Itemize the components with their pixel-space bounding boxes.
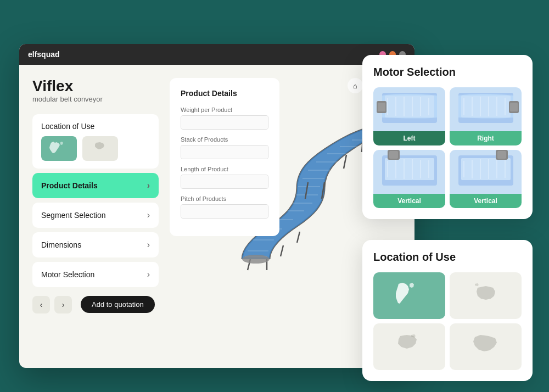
chevron-right-icon: › — [147, 240, 150, 250]
add-quotation-button[interactable]: Add to quotation — [81, 296, 155, 313]
motor-left-item[interactable]: Left — [373, 87, 445, 145]
nav-item-location[interactable]: Location of Use — [32, 114, 159, 169]
svg-rect-56 — [389, 151, 398, 159]
svg-rect-58 — [461, 158, 511, 180]
motor-selection-popup: Motor Selection L — [362, 55, 533, 219]
motor-selection-title: Motor Selection — [373, 66, 522, 79]
browser-content: Viflex modular belt conveyor Location of… — [19, 65, 414, 368]
motor-grid: Left Right — [373, 87, 522, 208]
map-americas-icon — [41, 136, 77, 161]
location-grid — [373, 272, 522, 370]
length-field: Length of Product mm — [181, 166, 268, 189]
location-asia[interactable] — [450, 323, 522, 370]
motor-right-item[interactable]: Right — [450, 87, 522, 145]
product-details-title: Product Details — [181, 89, 268, 98]
product-title: Viflex — [32, 78, 159, 95]
product-subtitle: modular belt conveyor — [32, 95, 159, 103]
weight-input[interactable] — [181, 116, 268, 129]
svg-rect-46 — [510, 103, 518, 111]
svg-rect-66 — [497, 151, 506, 159]
svg-rect-28 — [385, 96, 434, 117]
pitch-input[interactable] — [181, 205, 268, 218]
motor-vertical-left-item[interactable]: Vertical — [373, 150, 445, 208]
motor-right-label: Right — [450, 131, 522, 145]
pitch-field: Pitch of Products mm — [181, 195, 268, 219]
stack-input[interactable] — [181, 145, 268, 159]
app-title: Viflex modular belt conveyor — [32, 78, 159, 103]
location-maps-preview — [41, 136, 118, 161]
location-australia[interactable] — [450, 272, 522, 319]
map-europe-icon — [82, 136, 118, 161]
chevron-right-icon: › — [147, 181, 150, 191]
chevron-right-icon: › — [147, 210, 150, 220]
motor-vertical-right-image — [450, 150, 522, 194]
app-logo: elfsquad — [28, 50, 60, 59]
svg-line-19 — [297, 232, 300, 243]
next-button[interactable]: › — [54, 296, 72, 313]
svg-rect-48 — [385, 158, 434, 180]
motor-selection-nav-label: Motor Selection — [41, 270, 94, 279]
dimensions-label: Dimensions — [41, 240, 81, 249]
product-details-card: Product Details Weight per Product kg St… — [170, 78, 279, 236]
motor-left-image — [373, 87, 445, 131]
motor-vertical-left-label: Vertical — [373, 194, 445, 208]
svg-point-25 — [242, 255, 270, 264]
location-europe[interactable] — [373, 323, 445, 370]
location-popup-title: Location of Use — [373, 251, 522, 264]
location-of-use-popup: Location of Use — [362, 240, 533, 381]
nav-item-motor-selection[interactable]: Motor Selection › — [32, 262, 159, 287]
sidebar: Viflex modular belt conveyor Location of… — [32, 78, 159, 355]
motor-vertical-right-item[interactable]: Vertical — [450, 150, 522, 208]
motor-left-label: Left — [373, 131, 445, 145]
nav-pagination: ‹ › Add to quotation — [32, 296, 159, 313]
stack-label: Stack of Products — [181, 136, 268, 143]
motor-vertical-right-label: Vertical — [450, 194, 522, 208]
segment-selection-label: Segment Selection — [41, 211, 106, 220]
motor-right-image — [450, 87, 522, 131]
nav-item-dimensions[interactable]: Dimensions › — [32, 232, 159, 257]
prev-button[interactable]: ‹ — [32, 296, 50, 313]
pitch-label: Pitch of Products — [181, 195, 268, 202]
nav-item-segment-selection[interactable]: Segment Selection › — [32, 203, 159, 228]
svg-rect-38 — [461, 96, 511, 117]
svg-line-22 — [344, 155, 346, 169]
length-input[interactable] — [181, 175, 268, 188]
motor-vertical-left-image — [373, 150, 445, 194]
length-label: Length of Product — [181, 166, 268, 172]
stack-field: Stack of Products pcs — [181, 136, 268, 159]
weight-field: Weight per Product kg — [181, 107, 268, 130]
nav-item-product-details[interactable]: Product Details › — [32, 173, 159, 198]
chevron-right-icon: › — [147, 270, 150, 279]
location-label: Location of Use — [41, 122, 94, 131]
svg-line-18 — [281, 245, 283, 256]
titlebar: elfsquad — [19, 44, 414, 65]
browser-window: elfsquad Viflex modular belt conveyor Lo… — [19, 44, 414, 368]
weight-label: Weight per Product — [181, 107, 268, 113]
product-details-nav-label: Product Details — [41, 181, 98, 190]
location-americas[interactable] — [373, 272, 445, 319]
svg-rect-36 — [378, 103, 385, 111]
